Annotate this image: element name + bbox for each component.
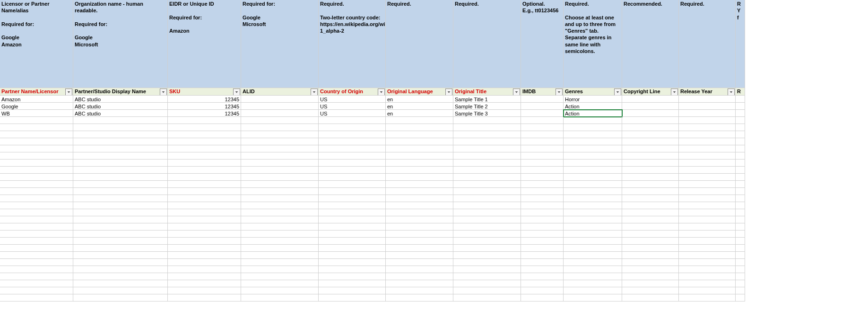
cell[interactable] xyxy=(564,124,622,131)
cell[interactable] xyxy=(168,209,241,216)
filter-dropdown-icon[interactable] xyxy=(233,89,240,96)
cell[interactable] xyxy=(453,160,521,167)
cell[interactable] xyxy=(736,273,745,280)
cell[interactable] xyxy=(736,152,745,160)
cell[interactable] xyxy=(453,188,521,195)
cell[interactable] xyxy=(453,216,521,223)
cell[interactable] xyxy=(736,181,745,188)
cell[interactable] xyxy=(319,280,386,287)
cell[interactable] xyxy=(736,202,745,209)
cell[interactable] xyxy=(319,252,386,259)
cell[interactable] xyxy=(0,216,73,223)
cell[interactable] xyxy=(319,209,386,216)
cell[interactable] xyxy=(736,280,745,287)
cell[interactable] xyxy=(564,188,622,195)
cell[interactable] xyxy=(73,294,168,301)
cell[interactable] xyxy=(386,273,453,280)
cell[interactable] xyxy=(386,131,453,138)
cell[interactable] xyxy=(319,287,386,294)
cell[interactable] xyxy=(521,245,564,252)
cell[interactable] xyxy=(453,266,521,273)
cell[interactable] xyxy=(386,287,453,294)
cell[interactable] xyxy=(521,160,564,167)
cell[interactable] xyxy=(168,266,241,273)
cell[interactable] xyxy=(0,287,73,294)
filter-dropdown-icon[interactable] xyxy=(556,89,563,96)
cell[interactable] xyxy=(622,209,679,216)
cell[interactable] xyxy=(679,266,736,273)
cell[interactable] xyxy=(521,280,564,287)
cell[interactable] xyxy=(622,252,679,259)
cell[interactable] xyxy=(679,167,736,174)
cell[interactable] xyxy=(73,287,168,294)
cell[interactable] xyxy=(241,280,319,287)
cell[interactable] xyxy=(319,174,386,181)
cell[interactable] xyxy=(679,280,736,287)
cell[interactable] xyxy=(622,294,679,301)
cell[interactable] xyxy=(564,145,622,152)
cell[interactable] xyxy=(168,223,241,230)
cell[interactable]: en xyxy=(386,110,453,117)
cell[interactable] xyxy=(319,245,386,252)
filter-dropdown-icon[interactable] xyxy=(671,89,678,96)
cell[interactable] xyxy=(386,188,453,195)
cell[interactable] xyxy=(0,131,73,138)
cell[interactable] xyxy=(386,124,453,131)
cell[interactable] xyxy=(736,230,745,238)
cell[interactable] xyxy=(521,131,564,138)
col-header-3[interactable]: ALID xyxy=(241,88,319,96)
cell[interactable] xyxy=(622,110,679,117)
cell[interactable] xyxy=(622,259,679,266)
cell[interactable] xyxy=(241,287,319,294)
cell[interactable]: Google xyxy=(0,103,73,110)
cell[interactable] xyxy=(386,202,453,209)
cell[interactable] xyxy=(453,273,521,280)
cell[interactable] xyxy=(564,138,622,145)
cell[interactable] xyxy=(0,202,73,209)
col-header-10[interactable]: Release Year xyxy=(679,88,736,96)
cell[interactable] xyxy=(386,174,453,181)
cell[interactable]: WB xyxy=(0,110,73,117)
cell[interactable] xyxy=(386,280,453,287)
cell[interactable] xyxy=(168,131,241,138)
filter-dropdown-icon[interactable] xyxy=(728,89,735,96)
col-header-1[interactable]: Partner/Studio Display Name xyxy=(73,88,168,96)
cell[interactable] xyxy=(679,174,736,181)
cell[interactable] xyxy=(622,216,679,223)
cell[interactable]: en xyxy=(386,96,453,103)
cell[interactable] xyxy=(453,259,521,266)
cell[interactable] xyxy=(453,202,521,209)
cell[interactable] xyxy=(736,167,745,174)
cell[interactable] xyxy=(453,131,521,138)
cell[interactable] xyxy=(679,131,736,138)
cell[interactable] xyxy=(521,273,564,280)
cell[interactable] xyxy=(521,294,564,301)
cell[interactable] xyxy=(679,195,736,202)
cell[interactable] xyxy=(168,152,241,160)
cell[interactable]: US xyxy=(319,96,386,103)
cell[interactable] xyxy=(0,167,73,174)
cell[interactable] xyxy=(0,266,73,273)
cell[interactable] xyxy=(73,266,168,273)
cell[interactable] xyxy=(241,266,319,273)
cell[interactable] xyxy=(168,287,241,294)
cell[interactable] xyxy=(386,294,453,301)
cell[interactable] xyxy=(168,202,241,209)
cell[interactable] xyxy=(241,259,319,266)
cell[interactable] xyxy=(679,160,736,167)
cell[interactable] xyxy=(453,223,521,230)
cell[interactable] xyxy=(622,167,679,174)
cell[interactable] xyxy=(0,195,73,202)
cell[interactable]: 12345 xyxy=(168,96,241,103)
cell[interactable] xyxy=(622,273,679,280)
col-header-0[interactable]: Partner Name/Licensor xyxy=(0,88,73,96)
cell[interactable] xyxy=(622,230,679,238)
cell[interactable]: US xyxy=(319,103,386,110)
cell[interactable] xyxy=(736,266,745,273)
cell[interactable] xyxy=(386,145,453,152)
cell[interactable] xyxy=(168,124,241,131)
filter-dropdown-icon[interactable] xyxy=(378,89,385,96)
cell[interactable] xyxy=(564,131,622,138)
cell[interactable] xyxy=(453,195,521,202)
cell[interactable] xyxy=(564,259,622,266)
